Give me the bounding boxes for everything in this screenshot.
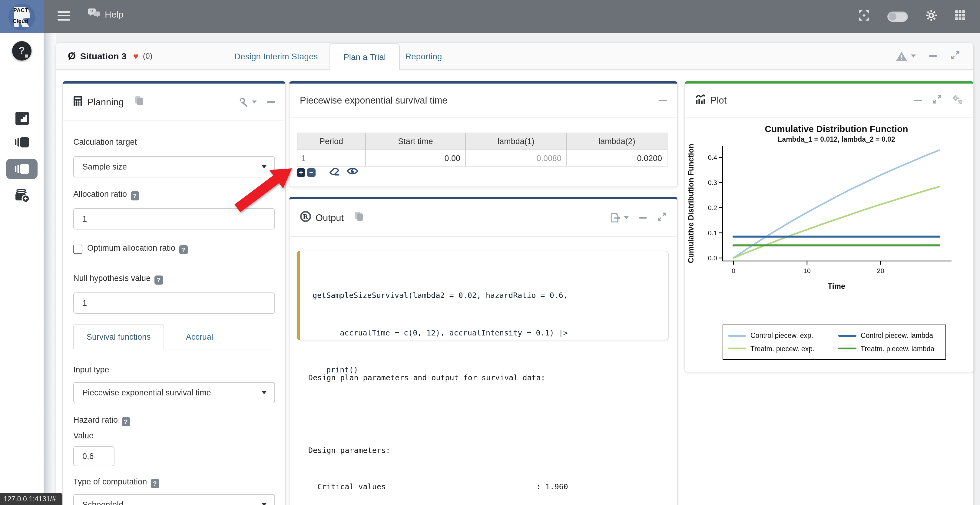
allocation-ratio-input[interactable]: 1 — [73, 208, 275, 229]
chart-subtitle: Lambda_1 = 0.012, lambda_2 = 0.02 — [778, 135, 895, 143]
calculator-icon — [73, 95, 83, 109]
tools-button[interactable] — [239, 97, 257, 107]
value-label: Value — [73, 431, 275, 441]
help-badge[interactable]: ? — [154, 276, 162, 284]
legend-item: Treatm. piecew. lambda — [838, 345, 941, 352]
null-hypothesis-label: Null hypothesis value? — [73, 274, 275, 284]
tab-plan-a-trial[interactable]: Plan a Trial — [329, 43, 400, 70]
add-row-button[interactable]: + — [297, 168, 305, 176]
help-badge[interactable]: ? — [121, 417, 130, 426]
output-header: R Output — [290, 199, 677, 237]
tab-accrual[interactable]: Accrual — [164, 332, 213, 349]
warnings-button[interactable] — [896, 51, 916, 61]
expand-button[interactable] — [950, 50, 960, 62]
wrench-icon — [239, 97, 249, 107]
legend-line-swatch — [728, 335, 746, 337]
rpact-cloud-logo[interactable]: PACT Cloud — [0, 0, 44, 33]
y-tick-label: 0.3 — [708, 179, 717, 186]
remove-row-button[interactable]: − — [307, 168, 315, 176]
x-tick-label: 0 — [732, 267, 735, 275]
card-stack-icon-active — [14, 162, 30, 176]
user-avatar-question-icon[interactable]: ? — [12, 41, 32, 60]
caret-down-icon — [911, 54, 916, 57]
eraser-icon[interactable] — [329, 167, 340, 178]
cell-start-time[interactable]: 0.00 — [366, 150, 466, 166]
top-bar: ? Help — [0, 0, 980, 33]
favorite-heart-icon[interactable]: ♥ — [133, 51, 139, 61]
collapse-button[interactable] — [659, 100, 667, 101]
optimum-allocation-row: Optimum allocation ratio? — [73, 243, 275, 254]
light-mode-sun-icon[interactable] — [926, 10, 937, 23]
export-button[interactable] — [611, 213, 629, 223]
collapse-button[interactable] — [914, 100, 922, 101]
table-row: 1 0.00 0.0080 0.0200 — [297, 150, 667, 166]
col-period: Period — [297, 133, 366, 150]
result-line: Critical values : 1.960 — [308, 481, 586, 493]
tab-survival-functions[interactable]: Survival functions — [73, 324, 164, 349]
card-stack-icon — [14, 136, 30, 149]
input-type-select[interactable]: Piecewise exponential survival time — [73, 382, 275, 403]
type-of-computation-select[interactable]: Schoenfeld — [73, 494, 275, 505]
cell-lambda2[interactable]: 0.0200 — [566, 150, 667, 166]
collapse-button[interactable] — [267, 101, 275, 103]
hazard-ratio-value: 0,6 — [83, 452, 94, 461]
optimum-allocation-label: Optimum allocation ratio? — [87, 243, 188, 254]
help-badge[interactable]: ? — [130, 191, 139, 200]
hazard-ratio-input[interactable]: 0,6 — [73, 446, 115, 466]
cell-lambda1[interactable]: 0.0080 — [466, 150, 566, 166]
result-line: Design plan parameters and output for su… — [308, 372, 586, 384]
legend-item: Treatm. piecew. exp. — [728, 345, 838, 352]
caret-down-icon — [252, 100, 257, 103]
sidebar-item-active-situation[interactable] — [6, 159, 38, 179]
help-badge[interactable]: ? — [151, 479, 159, 488]
null-hypothesis-input[interactable]: 1 — [73, 292, 275, 314]
logo-circle: PACT Cloud — [8, 3, 35, 30]
allocation-ratio-label: Allocation ratio? — [73, 189, 275, 200]
settings-gears-icon[interactable] — [952, 94, 963, 107]
menu-icon[interactable] — [57, 11, 70, 21]
situation-card: Ø Situation 3 ♥ (0) Design Interim Stage… — [56, 43, 973, 505]
tab-reporting[interactable]: Reporting — [405, 43, 442, 69]
fullscreen-arrows-icon[interactable] — [858, 10, 870, 23]
optimum-allocation-checkbox[interactable] — [73, 245, 83, 253]
select-caret-icon — [262, 503, 267, 505]
caret-down-icon — [624, 216, 629, 219]
tab-design-interim-stages[interactable]: Design Interim Stages — [234, 43, 318, 69]
status-url: 127.0.0.1:4131/# — [4, 495, 56, 503]
hazard-ratio-label: Hazard ratio? — [73, 415, 275, 426]
favorite-count: (0) — [143, 51, 153, 60]
select-caret-icon — [262, 391, 267, 394]
situation-brand: Ø Situation 3 ♥ (0) — [68, 43, 152, 69]
sidebar-item-add-situation[interactable] — [6, 185, 38, 205]
collapse-button[interactable] — [929, 55, 937, 57]
piecewise-header: Piecewise exponential survival time — [290, 84, 677, 118]
calculation-target-select[interactable]: Sample size — [73, 156, 275, 178]
cell-period[interactable]: 1 — [297, 150, 366, 166]
calculation-target-value: Sample size — [83, 162, 127, 172]
theme-toggle[interactable] — [887, 11, 908, 22]
expand-button[interactable] — [932, 94, 942, 106]
planning-subtabs: Survival functions Accrual — [73, 324, 275, 349]
eye-icon[interactable] — [347, 167, 359, 178]
legend-label: Treatm. piecew. lambda — [861, 345, 934, 352]
col-lambda1: lambda(1) — [466, 133, 566, 150]
expand-button[interactable] — [657, 212, 667, 224]
chart-title: Cumulative Distribution Function — [765, 124, 908, 134]
copy-icon[interactable] — [354, 211, 363, 224]
legend-label: Control piecew. lambda — [861, 332, 933, 339]
sidebar-item-situations[interactable] — [6, 133, 38, 152]
copy-icon[interactable] — [135, 96, 144, 108]
output-panel: R Output — [289, 197, 678, 505]
sidebar-item-designs[interactable] — [6, 108, 38, 128]
plot-header: Plot — [685, 84, 973, 118]
planning-panel: Planning — [62, 81, 286, 505]
r-code-block[interactable]: getSampleSizeSurvival(lambda2 = 0.02, ha… — [297, 251, 669, 340]
input-type-value: Piecewise exponential survival time — [83, 388, 211, 397]
help-button[interactable]: ? Help — [87, 8, 124, 21]
collapse-button[interactable] — [639, 217, 647, 218]
y-tick-label: 0.4 — [708, 154, 717, 161]
help-badge[interactable]: ? — [179, 245, 188, 254]
vertical-scrollbar[interactable] — [44, 33, 56, 505]
legend-line-swatch — [728, 348, 746, 350]
grid-apps-icon[interactable] — [955, 10, 966, 23]
